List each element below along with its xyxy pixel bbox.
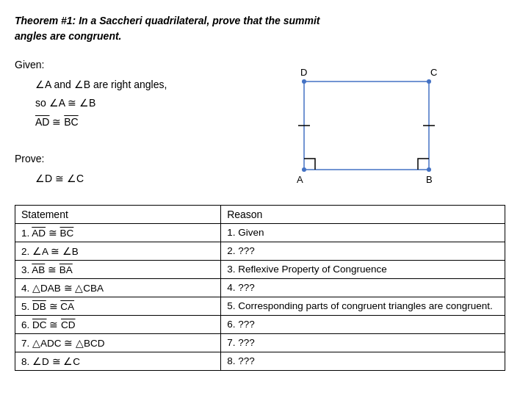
- saccheri-diagram: D C A B: [282, 59, 451, 192]
- reason-5: 5. Corresponding parts of congruent tria…: [221, 297, 505, 316]
- vertex-a: [302, 167, 306, 172]
- given-prove-section: Given: ∠A and ∠B are right angles, so ∠A…: [15, 56, 220, 192]
- table-row: 8. ∠D ≅ ∠C 8. ???: [15, 352, 505, 371]
- table-row: 6. DC ≅ CD 6. ???: [15, 316, 505, 334]
- table-row: 4. △DAB ≅ △CBA 4. ???: [15, 279, 505, 297]
- reason-8: 8. ???: [221, 352, 505, 371]
- label-a: A: [297, 174, 303, 185]
- statement-6: 6. DC ≅ CD: [15, 316, 221, 334]
- given-line3: AD ≅ BC: [35, 113, 220, 131]
- reason-2: 2. ???: [221, 242, 505, 261]
- reason-4: 4. ???: [221, 279, 505, 297]
- prove-angle-d: ∠D: [35, 173, 52, 184]
- prove-line1: ∠D ≅ ∠C: [35, 170, 220, 188]
- vertex-c: [427, 79, 431, 84]
- prove-cong: ≅: [52, 173, 67, 184]
- table-row: 7. △ADC ≅ △BCD 7. ???: [15, 334, 505, 352]
- prove-angle-c: ∠C: [67, 173, 84, 184]
- statement-3: 3. AB ≅ BA: [15, 261, 221, 279]
- reason-1: 1. Given: [221, 224, 505, 242]
- label-d: D: [300, 67, 307, 78]
- table-row: 1. AD ≅ BC 1. Given: [15, 224, 505, 242]
- label-b: B: [426, 174, 433, 185]
- table-header-reason: Reason: [221, 206, 505, 224]
- content-area: Given: ∠A and ∠B are right angles, so ∠A…: [15, 56, 505, 192]
- theorem-title: Theorem #1: In a Saccheri quadrilateral,…: [15, 13, 323, 44]
- proof-table: Statement Reason 1. AD ≅ BC 1. Given 2. …: [15, 205, 505, 371]
- vertex-b: [427, 167, 431, 172]
- given-cong: ≅: [49, 116, 64, 128]
- reason-6: 6. ???: [221, 316, 505, 334]
- table-row: 5. DB ≅ CA 5. Corresponding parts of con…: [15, 297, 505, 316]
- given-bc: BC: [64, 116, 78, 128]
- reason-3: 3. Reflexive Property of Congruence: [221, 261, 505, 279]
- label-c: C: [430, 67, 437, 78]
- statement-8: 8. ∠D ≅ ∠C: [15, 352, 221, 371]
- statement-5: 5. DB ≅ CA: [15, 297, 221, 316]
- diagram-area: D C A B: [228, 56, 505, 192]
- table-header-statement: Statement: [15, 206, 221, 224]
- given-line1: ∠A and ∠B are right angles,: [35, 76, 220, 94]
- statement-7: 7. △ADC ≅ △BCD: [15, 334, 221, 352]
- prove-label: Prove:: [15, 150, 220, 168]
- given-ad: AD: [35, 116, 49, 128]
- statement-4: 4. △DAB ≅ △CBA: [15, 279, 221, 297]
- svg-rect-0: [304, 82, 429, 170]
- vertex-d: [302, 79, 306, 84]
- given-line2: so ∠A ≅ ∠B: [35, 94, 220, 112]
- table-row: 3. AB ≅ BA 3. Reflexive Property of Cong…: [15, 261, 505, 279]
- statement-2: 2. ∠A ≅ ∠B: [15, 242, 221, 261]
- reason-7: 7. ???: [221, 334, 505, 352]
- table-row: 2. ∠A ≅ ∠B 2. ???: [15, 242, 505, 261]
- statement-1: 1. AD ≅ BC: [15, 224, 221, 242]
- given-label: Given:: [15, 56, 220, 74]
